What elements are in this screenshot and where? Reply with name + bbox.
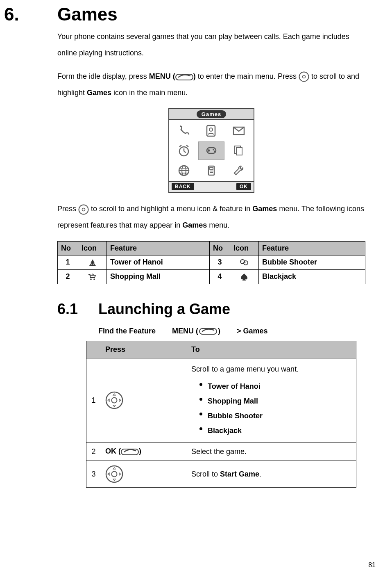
section-number: 6.: [4, 4, 57, 25]
list-item: Blackjack: [208, 423, 352, 438]
phone-softkey-ok: OK: [236, 183, 251, 190]
softkey-icon: [199, 326, 217, 336]
subsection-title: Launching a Game: [98, 301, 230, 318]
col-icon: Icon: [78, 241, 107, 255]
table-row: 1 Scroll to a game menu you want. Tower …: [86, 358, 356, 442]
features-table: No Icon Feature No Icon Feature 1 Tower …: [57, 241, 365, 285]
navkey-icon: [105, 465, 123, 483]
softkey-icon: [121, 447, 139, 456]
navkey-icon: [78, 204, 89, 215]
table-row: 2 OK () Select the game.: [86, 442, 356, 461]
spade-icon: [239, 272, 249, 281]
col-blank: [86, 341, 101, 358]
list-item: Bubble Shooter: [208, 408, 352, 423]
page-number: 81: [368, 561, 376, 569]
intro-paragraph-2: Form the idle display, press MENU () to …: [57, 68, 365, 101]
intro-paragraph-3: Press to scroll to and highlight a menu …: [57, 201, 365, 233]
phone-icon-settings: [226, 162, 252, 180]
list-item: Shopping Mall: [208, 394, 352, 408]
bubble-icon: [239, 258, 249, 267]
find-the-feature: Find the Feature MENU () > Games: [98, 326, 365, 336]
svg-rect-23: [210, 167, 213, 169]
phone-icon-browser: [171, 162, 197, 180]
col-feature: Feature: [258, 241, 365, 255]
cart-icon: [88, 272, 97, 281]
phone-title: Games: [197, 110, 226, 118]
hanoi-icon: [88, 258, 97, 267]
phone-icon-games-selected: [198, 141, 224, 160]
phone-icon-messages: [226, 121, 252, 140]
intro-paragraph-1: Your phone contains several games that y…: [57, 29, 365, 61]
list-item: Tower of Hanoi: [208, 379, 352, 394]
subsection-number: 6.1: [57, 301, 98, 318]
col-feature: Feature: [107, 241, 210, 255]
svg-point-16: [213, 149, 214, 151]
phone-softkey-back: BACK: [172, 183, 194, 190]
phone-icon-alarm: [171, 141, 197, 160]
col-to: To: [187, 341, 356, 358]
navkey-icon: [299, 71, 309, 82]
col-no: No: [209, 241, 230, 255]
phone-icon-files: [226, 141, 252, 160]
table-row: 2 Shopping Mall 4 Blackjack: [58, 269, 365, 284]
phone-icon-calls: [171, 121, 197, 140]
svg-point-17: [214, 151, 215, 153]
phone-menu-screenshot: Games: [168, 108, 254, 193]
col-press: Press: [101, 341, 187, 358]
table-row: 3 Scroll to Start Game.: [86, 461, 356, 488]
col-icon: Icon: [230, 241, 258, 255]
table-row: 1 Tower of Hanoi 3 Bubble Shooter: [58, 255, 365, 269]
svg-point-12: [209, 128, 213, 131]
phone-icon-contacts: [198, 121, 224, 140]
svg-rect-19: [236, 148, 242, 155]
steps-table: Press To 1 Scroll to a game menu you wan…: [86, 341, 356, 488]
section-title: Games: [57, 4, 118, 25]
col-no: No: [58, 241, 78, 255]
phone-icon-tools: [198, 162, 224, 180]
softkey-icon: [175, 72, 193, 82]
navkey-icon: [105, 391, 123, 409]
